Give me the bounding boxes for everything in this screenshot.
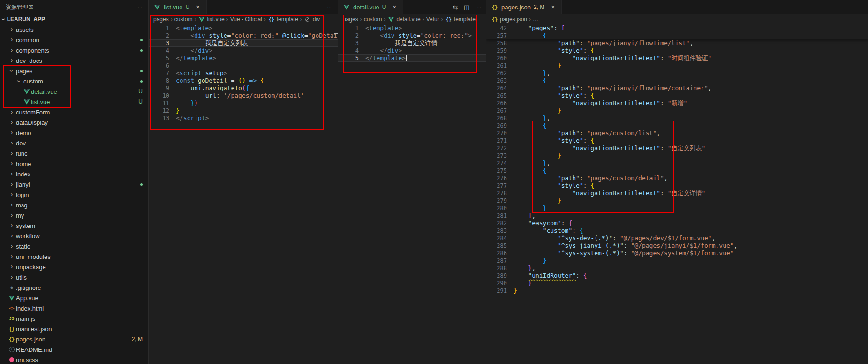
code-line-1[interactable]: 1<template> — [338, 24, 486, 32]
tab-detail.vue[interactable]: detail.vueU× — [338, 0, 403, 14]
code-line-42[interactable]: 42 "pages": [ — [486, 24, 868, 32]
code-line-284[interactable]: 284 "^sys-dev-(.*)": "@/pages/dev/$1/for… — [486, 235, 868, 242]
code-line-281[interactable]: 281 ], — [486, 212, 868, 220]
code-line-282[interactable]: 282 "easycom": { — [486, 220, 868, 227]
tree-item-main.js[interactable]: JSmain.js — [0, 313, 148, 324]
open-changes-icon[interactable]: ⇆ — [453, 4, 458, 11]
tree-item-README.md[interactable]: iREADME.md — [0, 344, 148, 355]
breadcrumb-item-div[interactable]: div — [304, 16, 320, 23]
tree-item-detail.vue[interactable]: detail.vueU — [0, 86, 148, 97]
tree-item-my[interactable]: ›my — [0, 210, 148, 220]
code-line-275[interactable]: 275 { — [486, 167, 868, 174]
code-line-289[interactable]: 289 "uniIdRouter": { — [486, 272, 868, 280]
code-line-286[interactable]: 286 "^sys-system-(.*)": "@/pages/system/… — [486, 250, 868, 257]
code-line-9[interactable]: 9 uni.navigateTo({ — [149, 84, 338, 92]
code-line-270[interactable]: 270 "path": "pages/custom/list", — [486, 129, 868, 137]
tree-item-demo[interactable]: ›demo — [0, 128, 148, 138]
code-line-259[interactable]: 259 "style": { — [486, 47, 868, 54]
more-actions-icon[interactable]: ··· — [475, 4, 481, 11]
tree-item-pages.json[interactable]: {}pages.json2, M — [0, 334, 148, 344]
tree-item-system[interactable]: ›system — [0, 220, 148, 231]
code-line-287[interactable]: 287 } — [486, 257, 868, 265]
tab-close-icon[interactable]: × — [549, 3, 557, 11]
split-editor-icon[interactable]: ◫ — [464, 4, 469, 11]
code-line-11[interactable]: 11 }) — [149, 99, 338, 107]
tree-item-App.vue[interactable]: App.vue — [0, 293, 148, 303]
code-line-1[interactable]: 1<template> — [149, 24, 338, 32]
code-line-4[interactable]: 4 </div> — [149, 47, 338, 54]
code-line-288[interactable]: 288 }, — [486, 265, 868, 272]
tree-item-home[interactable]: ›home — [0, 159, 148, 169]
code-line-4[interactable]: 4 </div> — [338, 47, 486, 54]
tree-item-dataDisplay[interactable]: ›dataDisplay — [0, 117, 148, 128]
code-line-5[interactable]: 5</template> — [149, 54, 338, 62]
code-line-8[interactable]: 8const goDetail = () => { — [149, 77, 338, 84]
breadcrumb-item-…[interactable]: … — [533, 16, 538, 23]
code-line-283[interactable]: 283 "custom": { — [486, 227, 868, 235]
tree-item-custom[interactable]: ›custom — [0, 76, 148, 86]
code-line-257[interactable]: 257 { — [486, 32, 868, 39]
code-area[interactable]: 1<template>2 <div style="color: red;" @c… — [149, 24, 338, 364]
tree-item-static[interactable]: ›static — [0, 241, 148, 251]
code-line-263[interactable]: 263 { — [486, 77, 868, 84]
code-line-2[interactable]: 2 <div style="color: red;" @click="goDet… — [149, 32, 338, 39]
tree-item-index.html[interactable]: <>index.html — [0, 303, 148, 313]
tree-item-assets[interactable]: ›assets — [0, 24, 148, 35]
code-line-279[interactable]: 279 } — [486, 197, 868, 205]
tree-item-pages[interactable]: ›pages — [0, 66, 148, 76]
tree-item-login[interactable]: ›login — [0, 190, 148, 200]
code-line-277[interactable]: 277 "style": { — [486, 182, 868, 190]
code-line-10[interactable]: 10 url: '/pages/custom/detail' — [149, 92, 338, 99]
tab-close-icon[interactable]: × — [391, 3, 398, 11]
code-line-272[interactable]: 272 "navigationBarTitleText": "自定义列表" — [486, 144, 868, 152]
code-line-278[interactable]: 278 "navigationBarTitleText": "自定义详情" — [486, 190, 868, 197]
tab-list.vue[interactable]: list.vueU× — [149, 0, 207, 14]
breadcrumb-item-list.vue[interactable]: list.vue — [198, 16, 224, 23]
code-line-268[interactable]: 268 }, — [486, 114, 868, 122]
code-line-260[interactable]: 260 "navigationBarTitleText": "时间组件验证" — [486, 54, 868, 62]
code-line-291[interactable]: 291} — [486, 287, 868, 295]
tree-item-unpackage[interactable]: ›unpackage — [0, 262, 148, 272]
tree-item-uni_modules[interactable]: ›uni_modules — [0, 251, 148, 262]
breadcrumb-item-custom[interactable]: custom — [174, 16, 193, 23]
code-line-271[interactable]: 271 "style": { — [486, 137, 868, 144]
tree-item-manifest.json[interactable]: {}manifest.json — [0, 324, 148, 334]
code-line-269[interactable]: 269 { — [486, 122, 868, 129]
tree-item-components[interactable]: ›components — [0, 45, 148, 55]
code-line-5[interactable]: 5</template> — [338, 54, 486, 62]
tree-item-msg[interactable]: ›msg — [0, 200, 148, 210]
code-line-12[interactable]: 12} — [149, 107, 338, 114]
tree-item-workflow[interactable]: ›workflow — [0, 231, 148, 241]
breadcrumb-item-Vetur[interactable]: Vetur — [426, 16, 439, 23]
code-line-7[interactable]: 7<script setup> — [149, 69, 338, 77]
tab-pages.json[interactable]: {}pages.json2, M× — [486, 0, 562, 14]
breadcrumb-item-pages[interactable]: pages — [153, 16, 169, 23]
breadcrumb-item-template[interactable]: {}template — [268, 16, 298, 23]
breadcrumb-item-pages.json[interactable]: {}pages.json — [491, 16, 527, 23]
tree-item-common[interactable]: ›common — [0, 35, 148, 45]
tree-item-dev_docs[interactable]: ›dev_docs — [0, 55, 148, 66]
code-line-266[interactable]: 266 "navigationBarTitleText": "新增" — [486, 99, 868, 107]
tab-close-icon[interactable]: × — [194, 3, 202, 11]
explorer-more-actions-icon[interactable]: ··· — [135, 4, 143, 11]
code-line-274[interactable]: 274 }, — [486, 159, 868, 167]
tree-item-dev[interactable]: ›dev — [0, 138, 148, 148]
breadcrumb-item-custom[interactable]: custom — [364, 16, 382, 23]
tree-item-func[interactable]: ›func — [0, 148, 148, 159]
code-line-265[interactable]: 265 "style": { — [486, 92, 868, 99]
code-line-267[interactable]: 267 } — [486, 107, 868, 114]
tree-item-jianyi[interactable]: ›jianyi — [0, 179, 148, 190]
code-line-290[interactable]: 290 } — [486, 280, 868, 287]
breadcrumb-item-detail.vue[interactable]: detail.vue — [387, 16, 420, 23]
code-line-264[interactable]: 264 "path": "pages/jianyi/flowTime/conta… — [486, 84, 868, 92]
tree-item-index[interactable]: ›index — [0, 169, 148, 179]
code-line-261[interactable]: 261 } — [486, 62, 868, 69]
code-area[interactable]: 42 "pages": [257 {258 "path": "pages/jia… — [486, 24, 868, 364]
breadcrumb-item-template[interactable]: {}template — [445, 16, 476, 23]
code-line-280[interactable]: 280 } — [486, 205, 868, 212]
code-line-262[interactable]: 262 }, — [486, 69, 868, 77]
code-area[interactable]: 1<template>2 <div style="color: red;">3 … — [338, 24, 486, 364]
code-line-3[interactable]: 3 我是自定义详情 — [338, 39, 486, 47]
tree-item-list.vue[interactable]: list.vueU — [0, 97, 148, 107]
tree-item-uni.scss[interactable]: uni.scss — [0, 355, 148, 364]
